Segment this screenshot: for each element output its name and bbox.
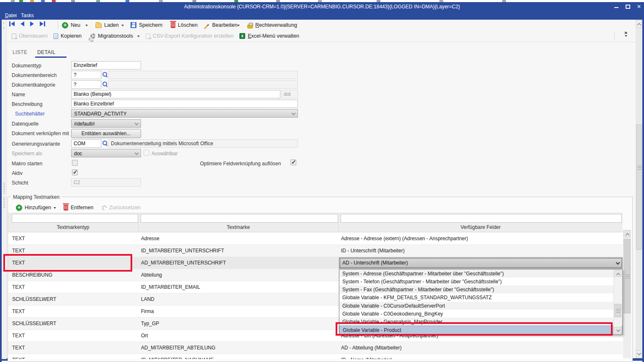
collapse-left-icon[interactable]: ‹: [3, 21, 4, 25]
csv-export-button[interactable]: CSV-Export Konfiguration erstellen: [146, 31, 233, 41]
chevron-down-icon: [292, 111, 296, 116]
entitaeten-auswaehlen-button[interactable]: Entitäten auswählen...: [71, 129, 141, 138]
table-row[interactable]: TEXTID_MITARBEITER_NACHNAMEID - Name (Mi…: [8, 354, 623, 359]
entfernen-label: Entfernen: [71, 205, 93, 211]
splitter-grip[interactable]: [3, 198, 5, 208]
column-header-textmarkentyp[interactable]: Textmarkentyp: [8, 223, 138, 232]
filter-textmarke-input[interactable]: [141, 214, 338, 223]
dropdown-option[interactable]: Globale Variable - C0Geokodierung_BingKe…: [339, 310, 622, 318]
column-header-verfuegbare-felder[interactable]: Verfügbare Felder: [338, 223, 623, 232]
scroll-down-button[interactable]: [614, 327, 621, 334]
feld-combobox[interactable]: AD - Unterschrift (Mitarbeiter): [339, 257, 623, 269]
laden-dropdown-button[interactable]: [121, 21, 124, 30]
entfernen-button[interactable]: Entfernen: [64, 203, 93, 212]
tab-detail[interactable]: DETAIL: [37, 49, 56, 55]
scroll-up-button[interactable]: [636, 20, 642, 28]
loeschen-button[interactable]: Löschen: [171, 21, 198, 30]
column-header-textmarke[interactable]: Textmarke: [138, 223, 338, 232]
excel-icon: x: [239, 33, 245, 39]
minimize-button[interactable]: [612, 3, 621, 10]
auswaehlbar-checkbox[interactable]: [144, 150, 149, 156]
generierungsvariante-field[interactable]: [71, 139, 101, 148]
scrollbar-thumb[interactable]: [614, 304, 621, 317]
scrollbar-thumb[interactable]: [623, 239, 631, 313]
toolbar-overflow-button[interactable]: »: [624, 30, 627, 41]
menu-bar: Datei Tasks: [0, 12, 644, 20]
hinzufuegen-button[interactable]: +Hinzufügen: [16, 203, 51, 212]
scroll-down-button[interactable]: [636, 350, 642, 358]
speichern-button[interactable]: Speichern: [131, 21, 162, 30]
table-row[interactable]: TEXTAdresseAdresse - Adresse (extern) (A…: [8, 233, 623, 245]
record-navigation: [9, 21, 45, 26]
datenquelle-combobox[interactable]: #default#: [71, 119, 141, 128]
rechteverwaltung-button[interactable]: Rechteverwaltung: [247, 21, 297, 30]
uebersteuern-button[interactable]: Übersteuern: [12, 31, 48, 41]
lock-icon: [247, 25, 253, 28]
migrationstools-label: Migrationstools: [98, 33, 133, 39]
neu-dropdown-button[interactable]: [85, 21, 88, 30]
dokumentkategorie-field[interactable]: [71, 80, 101, 89]
speichern-als-label: Speichern als: [12, 151, 42, 157]
search-icon[interactable]: [102, 140, 108, 146]
bearbeiten-button[interactable]: Bearbeiten: [203, 21, 237, 30]
migrationstools-button[interactable]: Migrationstools: [90, 31, 133, 41]
maximize-button[interactable]: [623, 3, 632, 10]
cell-textmarke: LAND: [138, 293, 338, 305]
filter-verfuegbare-felder-input[interactable]: [341, 214, 622, 223]
reset-circular-arrow-icon: [101, 204, 108, 211]
excel-menu-button[interactable]: xExcel-Menü verwalten: [239, 31, 299, 41]
menu-datei[interactable]: Datei: [5, 13, 17, 18]
tab-liste[interactable]: LISTE: [13, 49, 27, 55]
close-button[interactable]: ×: [634, 3, 644, 10]
last-record-button[interactable]: [40, 21, 45, 26]
optimiere-label: Optimiere Feldverknüpfung auflösen: [200, 161, 281, 167]
name-field[interactable]: [71, 90, 280, 98]
dropdown-option[interactable]: Globale Variable - KFM_DETAILS_STANDARD_…: [339, 293, 622, 301]
bearbeiten-dropdown-button[interactable]: [237, 21, 240, 30]
aktiv-checkbox[interactable]: [72, 169, 78, 175]
speichern-als-combobox[interactable]: doc: [71, 149, 141, 157]
dokumenttyp-field[interactable]: [71, 61, 141, 69]
laden-button[interactable]: Laden: [95, 21, 119, 30]
menu-tasks[interactable]: Tasks: [21, 13, 34, 18]
splitter-grip[interactable]: [3, 183, 5, 194]
chevron-down-icon: [616, 261, 620, 265]
next-record-button[interactable]: [30, 21, 34, 26]
first-record-button[interactable]: [9, 21, 15, 26]
zuruecksetzen-button[interactable]: Zurücksetzen: [102, 203, 141, 212]
filter-textmarkentyp-input[interactable]: [12, 214, 138, 223]
suchbehaelter-combobox[interactable]: STANDARD_ACTIVITY: [71, 109, 298, 118]
dropdown-option[interactable]: Globale Variable - C0CursorDefaultServer…: [339, 302, 622, 310]
plus-circle-icon: +: [62, 22, 68, 28]
search-icon[interactable]: [102, 81, 108, 87]
dropdown-option[interactable]: System - Telefon (Geschäftspartner - Mit…: [339, 277, 622, 285]
beschreibung-field[interactable]: [71, 100, 298, 108]
scroll-up-button[interactable]: [614, 270, 621, 277]
active-tab-underline: [35, 56, 67, 58]
toolbar: +Neu Laden Speichern Löschen Bearbeiten …: [7, 20, 636, 42]
dokumenttyp-label: Dokumenttyp: [12, 63, 41, 69]
neu-button[interactable]: +Neu: [62, 21, 80, 30]
hinzufuegen-dropdown-button[interactable]: [54, 203, 56, 212]
makro-starten-checkbox[interactable]: [72, 160, 78, 166]
kopieren-button[interactable]: Kopieren: [54, 31, 82, 41]
expand-right-icon[interactable]: ›: [3, 26, 4, 30]
optimiere-checkbox[interactable]: [290, 159, 296, 165]
pencil-icon: [204, 24, 209, 29]
dokumentenbereich-field[interactable]: [71, 71, 101, 79]
chevron-down-icon: [135, 121, 139, 126]
csv-export-label: CSV-Export Konfiguration erstellen: [153, 33, 233, 39]
dropdown-option[interactable]: System - Fax (Geschäftspartner - Mitarbe…: [339, 285, 622, 293]
migrationstools-dropdown-button[interactable]: [137, 31, 140, 41]
previous-record-button[interactable]: [21, 21, 24, 26]
scrollbar-thumb[interactable]: [636, 124, 642, 250]
search-icon[interactable]: [102, 72, 108, 77]
cell-textmarkentyp: TEXT: [8, 330, 138, 341]
dropdown-option[interactable]: System - Adresse (Geschäftspartner - Mit…: [339, 270, 622, 277]
scroll-up-button[interactable]: [623, 230, 631, 237]
first-record-icon: [9, 21, 10, 26]
toolbar-separator: [614, 32, 615, 40]
title-bar: Administrationskonsole {CURSOR-CRM=1.0}{…: [0, 2, 644, 12]
minimize-icon: [614, 7, 618, 8]
table-row[interactable]: TEXTAD_MITARBEITER_ABTEILUNGAD - Abteilu…: [8, 342, 623, 354]
